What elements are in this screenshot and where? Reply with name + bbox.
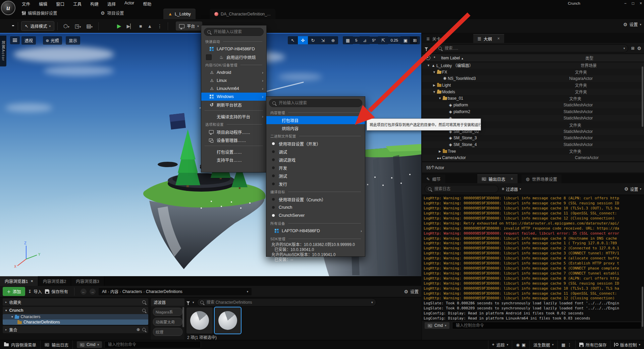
content-browser-tab-3[interactable]: 内容浏览器3 [71, 276, 104, 286]
menu-item-crunchserver[interactable]: CrunchServer [266, 211, 365, 219]
menu-item-android[interactable]: Android› [201, 68, 266, 77]
tab-asset-da-characterdefinition[interactable]: DA_CharacterDefinition_... [210, 9, 275, 19]
outliner-row[interactable]: SM_Stone_4StaticMeshActor [422, 141, 644, 148]
filters-scrollbar[interactable] [182, 307, 184, 327]
close-button[interactable]: × [640, 1, 642, 6]
pin-column-icon[interactable]: * [434, 56, 441, 60]
viewport-options-button[interactable] [10, 36, 20, 44]
outliner-row[interactable]: ▼FX文件夹 [422, 69, 644, 76]
menu-item-[interactable]: 调试游戏 [266, 156, 365, 164]
add-button[interactable]: ＋ 添加 [3, 287, 25, 296]
radio-selected[interactable] [272, 214, 275, 217]
scale-snap-icon[interactable]: ⇱ [378, 36, 388, 44]
breadcrumb-item[interactable]: All [102, 289, 106, 294]
close-icon[interactable]: × [497, 36, 500, 41]
search-icon[interactable] [142, 309, 146, 312]
menu-item-[interactable]: 烘焙内容 [266, 124, 365, 132]
filter-chip[interactable]: 纹理 [153, 328, 182, 336]
menu-item-[interactable]: 启用运行中烘焙 [201, 53, 266, 61]
grid-snap-icon[interactable]: ▦ [343, 36, 353, 44]
camera-speed-icon[interactable]: ▣ [400, 36, 411, 44]
asset-tile[interactable] [186, 307, 213, 334]
log-filters-dropdown[interactable]: ≡ 过滤器 ▾ [502, 186, 521, 192]
menu-item-laptoph84586fd[interactable]: LAPTOP-H84586FD [201, 45, 266, 53]
cmd-dropdown[interactable]: >_ Cmd ▾ [425, 322, 449, 329]
log-settings-dropdown[interactable]: ⚙ 设置 ▾ [624, 186, 641, 192]
toolbar-settings-dropdown[interactable]: ⚙ 设置 ▾ [623, 21, 641, 28]
maximize-viewport-button[interactable]: ⊞ [410, 36, 420, 44]
outliner-row[interactable]: ▼base_01文件夹 [422, 95, 644, 102]
cinematics-dropdown[interactable]: ▤▾ [84, 23, 95, 29]
menu-item-linux[interactable]: Linux› [201, 77, 266, 85]
menu-item-linuxarm64[interactable]: LinuxArm64› [201, 85, 266, 93]
move-tool-button[interactable]: ✜ [298, 36, 308, 44]
menubar-item[interactable]: 编辑 [35, 0, 52, 8]
menu-item-[interactable]: 无编译支持的平台› [201, 112, 266, 120]
back-button[interactable]: ← [80, 289, 87, 295]
radio-unselected[interactable] [272, 166, 275, 169]
tree-item-characterdefinitions[interactable]: CharacterDefinitions [3, 319, 148, 325]
tab-details[interactable]: ✎ 细节 [422, 174, 445, 183]
menubar-item[interactable]: 帮助 [139, 0, 156, 8]
play-button[interactable]: ▶ [114, 23, 124, 29]
close-icon[interactable]: × [511, 177, 513, 181]
expander-icon[interactable]: ▶ [438, 150, 442, 153]
revision-control-dropdown[interactable]: 版本控制 ▾ [610, 340, 644, 349]
expander-icon[interactable]: ▼ [427, 64, 430, 67]
checkbox[interactable] [206, 54, 212, 60]
tab-levels[interactable]: ≣ 关卡 [422, 34, 445, 43]
eject-button[interactable]: ▲ [145, 23, 155, 29]
add-actor-dropdown[interactable]: ⬡▾ [61, 23, 72, 29]
breadcrumb-item[interactable]: Characters [122, 289, 142, 294]
tab-outliner[interactable]: ☰ 大纲 × [473, 34, 504, 43]
outliner-row[interactable]: ▶Light文件夹 [422, 82, 644, 89]
menu-item-windows[interactable]: Windows› [201, 93, 266, 101]
menu-item-[interactable]: 打包项目 [266, 116, 365, 124]
menu-item-[interactable]: 设备管理器…… [201, 136, 266, 144]
item-label-column[interactable]: Item Label ▲ [441, 56, 464, 60]
perspective-dropdown[interactable]: 透视 [21, 36, 36, 45]
visibility-column-icon[interactable] [426, 56, 430, 60]
outliner-search[interactable]: ▾ [435, 44, 629, 52]
outliner-search-input[interactable] [444, 46, 621, 51]
menu-item-[interactable]: 项目启动程序…… [201, 128, 266, 136]
asset-search-input[interactable] [206, 300, 369, 305]
menu-item-[interactable]: 调试 [266, 148, 365, 156]
expander-icon[interactable]: ▼ [438, 97, 442, 100]
tab-output-log[interactable]: >_ 输出日志 × [477, 174, 518, 183]
content-browser-tab-1[interactable]: 内容浏览器1× [0, 276, 38, 286]
radio-unselected[interactable] [272, 183, 275, 185]
log-search-input[interactable] [434, 186, 495, 192]
log-scrollbar[interactable] [642, 287, 643, 327]
menubar-item[interactable]: 文件 [17, 0, 35, 8]
outliner-row[interactable]: platform2StaticMeshActor [422, 108, 644, 115]
tab-world-settings[interactable]: ◍ 世界场景设置 [522, 174, 561, 183]
menu-item-[interactable]: 测试 [266, 172, 365, 180]
outliner-row[interactable]: ▼Models文件夹 [422, 89, 644, 95]
chevron-down-icon[interactable]: ▾ [247, 290, 249, 293]
derived-data-dropdown[interactable]: 派生数据 ▾ [529, 340, 557, 349]
content-browser-settings[interactable]: ⚙ 设置 [404, 288, 419, 295]
all-saved-button[interactable]: 所有已保存 [575, 340, 610, 349]
maximize-button[interactable]: □ [632, 1, 634, 6]
new-folder-button[interactable]: ⊞ [631, 46, 634, 51]
radio-unselected[interactable] [272, 206, 275, 209]
save-all-button[interactable]: 保存所有 [45, 288, 68, 295]
trace-dropdown[interactable]: ⌖ 追踪 ▾ [488, 340, 512, 349]
type-column[interactable]: 类型 [585, 55, 593, 61]
menubar-item[interactable]: 选择 [103, 0, 120, 8]
expander-icon[interactable]: ▼ [432, 90, 436, 94]
menu-item-crunch[interactable]: Crunch [266, 203, 365, 211]
breadcrumb-item[interactable]: CharacterDefinitions [146, 289, 182, 294]
console-command-input[interactable] [455, 323, 638, 328]
menu-item-[interactable]: 发行 [266, 180, 365, 188]
menubar-item[interactable]: 窗口 [52, 0, 69, 8]
outliner-row[interactable]: CameraActorCameraActor [422, 155, 644, 161]
menu-item-[interactable]: 使用项目设置（开发） [266, 140, 365, 148]
asset-tile-selected[interactable] [215, 307, 241, 334]
log-search[interactable] [425, 185, 498, 193]
collections-section[interactable]: ▸ 集合 ⊕ [3, 326, 148, 333]
radio-unselected[interactable] [272, 150, 275, 153]
tab-level-l-lobby[interactable]: ▲ L_Lobby [163, 9, 196, 19]
minimize-button[interactable]: − [624, 1, 627, 6]
